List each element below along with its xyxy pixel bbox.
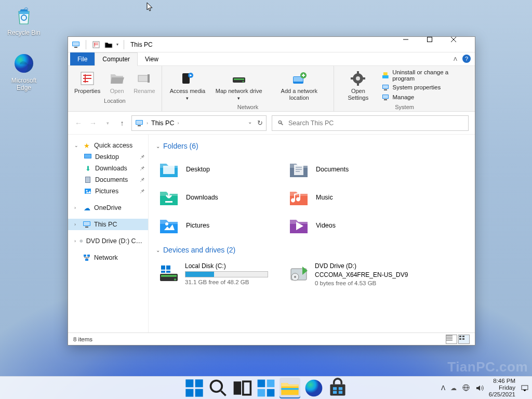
drives-group-header[interactable]: ⌄Devices and drives (2) xyxy=(156,246,468,254)
maximize-button[interactable] xyxy=(427,37,451,52)
svg-rect-3 xyxy=(73,42,79,46)
desktop-icon-edge[interactable]: Microsoft Edge xyxy=(4,52,44,91)
tray-volume-icon[interactable] xyxy=(475,384,484,392)
folder-desktop[interactable]: Desktop xyxy=(156,155,286,183)
tab-view[interactable]: View xyxy=(138,52,166,65)
breadcrumb-segment[interactable]: This PC xyxy=(151,119,174,127)
folder-pictures[interactable]: Pictures xyxy=(156,211,286,240)
ribbon-group-system: Open Settings Uninstall or change a prog… xyxy=(334,66,475,111)
collapse-ribbon-icon[interactable]: ᐱ xyxy=(454,56,457,62)
back-button: ← xyxy=(74,119,83,127)
svg-rect-72 xyxy=(234,381,242,394)
sidebar-item-desktop[interactable]: Desktop📌︎ xyxy=(68,151,148,163)
svg-point-14 xyxy=(242,81,244,83)
manage-icon xyxy=(381,93,390,101)
taskbar-taskview[interactable] xyxy=(232,378,252,398)
folder-documents[interactable]: Documents xyxy=(286,155,416,183)
ribbon-group-location: Properties Open Rename Location xyxy=(68,66,162,111)
svg-rect-33 xyxy=(136,121,142,124)
search-input[interactable]: 🔍︎ Search This PC xyxy=(272,115,469,131)
network-icon xyxy=(83,254,91,262)
gear-icon xyxy=(350,70,366,87)
minimize-button[interactable] xyxy=(403,37,427,52)
folder-videos[interactable]: Videos xyxy=(286,211,416,240)
svg-rect-82 xyxy=(339,387,342,390)
svg-point-45 xyxy=(81,241,82,242)
add-network-location-button[interactable]: Add a network location xyxy=(269,69,329,102)
taskbar-explorer[interactable] xyxy=(280,378,300,398)
access-media-button[interactable]: Access media xyxy=(166,69,209,102)
svg-rect-56 xyxy=(161,265,165,270)
svg-rect-20 xyxy=(357,71,359,74)
taskbar-widgets[interactable] xyxy=(256,378,276,398)
taskbar: ᐱ ☁ 8:46 PM Friday 6/25/2021 xyxy=(0,376,532,399)
svg-rect-64 xyxy=(462,336,464,337)
sidebar-item-downloads[interactable]: ⬇Downloads📌︎ xyxy=(68,163,148,174)
qat-properties-icon[interactable] xyxy=(91,40,101,49)
downloads-folder-icon xyxy=(158,187,180,208)
svg-rect-59 xyxy=(166,271,170,273)
system-tray[interactable]: ᐱ ☁ 8:46 PM Friday 6/25/2021 xyxy=(441,378,529,398)
sidebar-quick-access[interactable]: ⌄★Quick access xyxy=(68,140,148,151)
breadcrumb[interactable]: › This PC › ⌄ ↻ xyxy=(131,115,267,131)
svg-rect-36 xyxy=(85,154,91,158)
breadcrumb-dropdown-icon[interactable]: ⌄ xyxy=(248,119,252,127)
tray-notifications-icon[interactable] xyxy=(521,384,529,392)
properties-button[interactable]: Properties xyxy=(72,69,102,96)
desktop-icon-label: Microsoft Edge xyxy=(4,77,44,91)
drive-icon xyxy=(158,262,180,284)
taskbar-store[interactable] xyxy=(327,378,348,398)
help-icon[interactable]: ? xyxy=(462,55,471,63)
sidebar: ⌄★Quick access Desktop📌︎ ⬇Downloads📌︎ Do… xyxy=(68,135,149,332)
manage-button[interactable]: Manage xyxy=(381,93,471,101)
sidebar-item-documents[interactable]: Documents📌︎ xyxy=(68,174,148,185)
sidebar-this-pc[interactable]: ›This PC xyxy=(68,219,148,230)
svg-point-40 xyxy=(86,190,88,192)
tray-overflow-icon[interactable]: ᐱ xyxy=(441,384,445,392)
map-drive-button[interactable]: Map network drive xyxy=(212,69,265,102)
up-button[interactable]: ↑ xyxy=(118,119,126,127)
sidebar-dvd-drive[interactable]: ›DVD Drive (D:) CCCOMA_X64FRE_EN-US_DV9 xyxy=(68,235,148,247)
svg-rect-4 xyxy=(74,47,77,48)
titlebar[interactable]: ▾ This PC xyxy=(68,37,475,52)
close-button[interactable] xyxy=(451,37,475,52)
svg-rect-28 xyxy=(384,89,387,90)
svg-rect-49 xyxy=(163,166,175,174)
refresh-button[interactable]: ↻ xyxy=(257,119,263,127)
taskbar-search[interactable] xyxy=(208,378,229,398)
drive-d[interactable]: DVD Drive (D:) CCCOMA_X64FRE_EN-US_DV9 0… xyxy=(286,259,416,289)
taskbar-edge[interactable] xyxy=(303,378,324,398)
desktop-icon-recycle-bin[interactable]: Recycle Bin xyxy=(4,4,44,36)
sidebar-item-pictures[interactable]: Pictures📌︎ xyxy=(68,185,148,197)
qat-dropdown-icon[interactable]: ▾ xyxy=(116,42,118,47)
recent-locations-button[interactable]: ▾ xyxy=(103,121,112,126)
tab-file[interactable]: File xyxy=(70,52,95,65)
folder-music[interactable]: Music xyxy=(286,183,416,211)
system-properties-button[interactable]: System properties xyxy=(381,83,471,91)
ribbon-group-network: Access media Map network drive Add a net… xyxy=(162,66,335,111)
open-settings-button[interactable]: Open Settings xyxy=(338,69,378,102)
svg-rect-78 xyxy=(281,388,298,390)
start-button[interactable] xyxy=(184,378,205,398)
folder-downloads[interactable]: Downloads xyxy=(156,183,286,211)
desktop-icon xyxy=(84,153,92,161)
tray-onedrive-icon[interactable]: ☁ xyxy=(450,384,457,392)
icons-view-button[interactable] xyxy=(458,335,470,344)
tray-network-icon[interactable] xyxy=(462,384,470,392)
pin-icon: 📌︎ xyxy=(139,154,145,160)
documents-icon xyxy=(84,176,92,184)
svg-rect-65 xyxy=(459,338,461,340)
access-media-icon xyxy=(179,70,196,87)
drive-c[interactable]: Local Disk (C:) 31.1 GB free of 48.2 GB xyxy=(156,259,286,289)
svg-rect-77 xyxy=(267,389,275,396)
qat-folder-icon[interactable] xyxy=(104,40,113,49)
tray-clock[interactable]: 8:46 PM Friday 6/25/2021 xyxy=(489,378,515,398)
search-icon: 🔍︎ xyxy=(277,119,284,127)
svg-rect-57 xyxy=(166,265,170,270)
details-view-button[interactable] xyxy=(446,335,457,344)
uninstall-program-button[interactable]: Uninstall or change a program xyxy=(381,69,471,82)
folders-group-header[interactable]: ⌄Folders (6) xyxy=(156,142,468,150)
sidebar-network[interactable]: Network xyxy=(68,252,148,263)
sidebar-onedrive[interactable]: ›☁OneDrive xyxy=(68,202,148,214)
tab-computer[interactable]: Computer xyxy=(95,52,138,66)
